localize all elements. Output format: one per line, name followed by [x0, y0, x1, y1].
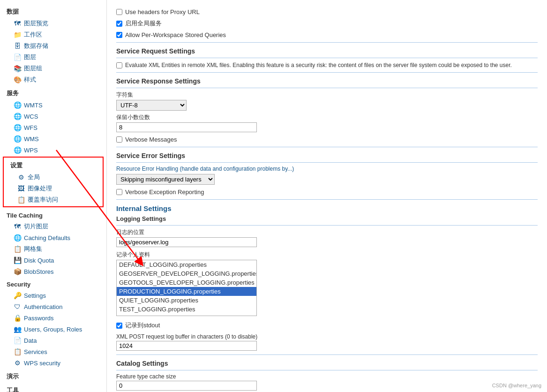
log-list-item-production[interactable]: PRODUCTION_LOGGING.properties — [117, 287, 256, 296]
log-buffer-input[interactable] — [116, 341, 257, 351]
log-profile-list[interactable]: DEFAULT_LOGGING.properties GEOSERVER_DEV… — [116, 260, 257, 316]
sidebar-item-coverage[interactable]: 📋 覆盖率访问 — [4, 194, 103, 205]
feature-cache-label: Feature type cache size — [116, 373, 538, 380]
settings-section-box: 设置 ⚙ 全局 🖼 图像处理 📋 覆盖率访问 — [3, 157, 104, 207]
sidebar-item-wfs[interactable]: 🌐 WFS — [0, 122, 106, 133]
sidebar-item-wps[interactable]: 🌐 WPS — [0, 144, 106, 156]
sidebar-item-services[interactable]: 📋 Services — [0, 346, 106, 357]
log-list-item-test[interactable]: TEST_LOGGING.properties — [117, 305, 256, 314]
sidebar-item-wcs[interactable]: 🌐 WCS — [0, 111, 106, 122]
wps-icon: 🌐 — [13, 146, 22, 154]
divider-10 — [116, 370, 538, 370]
section-title-services: 服务 — [0, 85, 106, 99]
verbose-messages-label[interactable]: Verbose Messages — [125, 136, 177, 143]
wcs-icon: 🌐 — [13, 112, 22, 121]
sidebar-item-layer-groups[interactable]: 📚 图层组 — [0, 63, 106, 74]
divider-4 — [116, 88, 538, 88]
log-list-item-verbose[interactable]: VERBOSE_LOGGING.properties — [117, 314, 256, 316]
sidebar-item-image-process[interactable]: 🖼 图像处理 — [4, 183, 103, 194]
verbose-exception-row: Verbose Exception Reporting — [116, 188, 538, 196]
log-list-item-geotools-dev[interactable]: GEOTOOLS_DEVELOPER_LOGGING.properties — [117, 278, 256, 287]
verbose-messages-checkbox[interactable] — [116, 136, 122, 143]
sidebar-item-wps-security[interactable]: ⚙ WPS security — [0, 357, 106, 369]
sidebar: 数据 🗺 图层预览 📁 工作区 🗄 数据存储 📄 图层 📚 图层组 🎨 样式 服… — [0, 0, 107, 392]
sidebar-item-caching-defaults[interactable]: 🌐 Caching Defaults — [0, 232, 106, 243]
sidebar-item-passwords[interactable]: 🔒 Passwords — [0, 312, 106, 324]
sidebar-item-sec-settings[interactable]: 🔑 Settings — [0, 290, 106, 301]
log-list-item-quiet[interactable]: QUIET_LOGGING.properties — [117, 296, 256, 305]
workspace-icon: 📁 — [13, 30, 22, 39]
per-workspace-checkbox[interactable] — [116, 32, 122, 38]
sidebar-item-disk-quota[interactable]: 💾 Disk Quota — [0, 255, 106, 266]
proxy-checkbox[interactable] — [116, 9, 122, 15]
section-title-demo: 演示 — [0, 369, 106, 383]
verbose-exception-label[interactable]: Verbose Exception Reporting — [125, 188, 204, 196]
sidebar-item-grid-sets[interactable]: 📋 网格集 — [0, 243, 106, 255]
authentication-icon: 🛡 — [13, 302, 22, 311]
per-workspace-label[interactable]: Allow Per-Workspace Stored Queries — [125, 31, 226, 38]
wms-icon: 🌐 — [13, 135, 22, 143]
service-request-heading: Service Request Settings — [116, 47, 538, 55]
logging-settings-heading: Logging Settings — [116, 215, 538, 222]
verbose-messages-row: Verbose Messages — [116, 136, 538, 143]
sidebar-item-wms[interactable]: 🌐 WMS — [0, 133, 106, 144]
sidebar-item-data-storage[interactable]: 🗄 数据存储 — [0, 40, 106, 52]
charset-label: 字符集 — [116, 91, 538, 99]
grid-sets-icon: 📋 — [13, 245, 22, 253]
sec-settings-icon: 🔑 — [13, 291, 22, 300]
log-location-label: 日志的位置 — [116, 228, 538, 236]
global-icon: ⚙ — [17, 173, 25, 181]
log-stdout-row: 记录到stdout — [116, 321, 538, 330]
global-service-checkbox[interactable] — [116, 21, 122, 27]
resource-error-label: Resource Error Handling (handle data and… — [116, 166, 538, 172]
wps-security-icon: ⚙ — [13, 359, 22, 367]
sidebar-item-tile-layers[interactable]: 🗺 切片图层 — [0, 221, 106, 232]
sidebar-item-global[interactable]: ⚙ 全局 — [4, 172, 103, 183]
charset-select[interactable]: UTF-8 ISO-8859-1 UTF-16 — [116, 100, 187, 111]
global-service-label[interactable]: 启用全局服务 — [125, 19, 162, 28]
internal-settings-heading: Internal Settings — [116, 204, 538, 212]
styles-icon: 🎨 — [13, 75, 22, 84]
caching-defaults-icon: 🌐 — [13, 234, 22, 242]
layers-icon: 📄 — [13, 53, 22, 61]
sidebar-item-workspace[interactable]: 📁 工作区 — [0, 29, 106, 40]
proxy-label[interactable]: Use headers for Proxy URL — [125, 8, 200, 15]
divider-2 — [116, 58, 538, 58]
cache-size-input[interactable] — [116, 381, 257, 391]
watermark: CSDN @where_yang — [492, 383, 541, 388]
layer-preview-icon: 🗺 — [13, 19, 22, 28]
verbose-exception-checkbox[interactable] — [116, 189, 122, 195]
wmts-icon: 🌐 — [13, 101, 22, 109]
image-process-icon: 🖼 — [17, 184, 25, 193]
decimal-input[interactable] — [116, 122, 257, 132]
sidebar-item-users-groups-roles[interactable]: 👥 Users, Groups, Roles — [0, 324, 106, 335]
sidebar-item-layer-preview[interactable]: 🗺 图层预览 — [0, 18, 106, 29]
sidebar-item-authentication[interactable]: 🛡 Authentication — [0, 301, 106, 312]
sidebar-item-layers[interactable]: 📄 图层 — [0, 52, 106, 63]
proxy-row: Use headers for Proxy URL — [116, 8, 538, 15]
log-profile-label: 记录个人资料 — [116, 251, 538, 259]
section-title-data: 数据 — [0, 4, 106, 18]
log-buffer-label: XML POST request log buffer in character… — [116, 333, 538, 340]
wfs-icon: 🌐 — [13, 123, 22, 132]
log-list-item-geoserver-dev[interactable]: GEOSERVER_DEVELOPER_LOGGING.properties — [117, 269, 256, 278]
main-content: Use headers for Proxy URL 启用全局服务 Allow P… — [107, 0, 547, 392]
log-list-item-default[interactable]: DEFAULT_LOGGING.properties — [117, 260, 256, 269]
catalog-settings-heading: Catalog Settings — [116, 360, 538, 367]
divider-3 — [116, 72, 538, 73]
xml-entities-label[interactable]: Evaluate XML Entities in remote XML file… — [125, 62, 512, 68]
xml-entities-checkbox[interactable] — [116, 62, 122, 68]
sidebar-item-data[interactable]: 📄 Data — [0, 335, 106, 346]
sidebar-item-blob-stores[interactable]: 📦 BlobStores — [0, 266, 106, 277]
sidebar-item-wmts[interactable]: 🌐 WMTS — [0, 99, 106, 111]
log-stdout-checkbox[interactable] — [116, 323, 122, 329]
resource-error-select[interactable]: Skipping misconfigured layers Halt on er… — [116, 174, 215, 185]
passwords-icon: 🔒 — [13, 314, 22, 322]
data-icon: 📄 — [13, 336, 22, 345]
log-stdout-label[interactable]: 记录到stdout — [125, 321, 160, 330]
divider-1 — [116, 42, 538, 43]
log-path-input[interactable] — [116, 237, 257, 247]
service-response-heading: Service Response Settings — [116, 77, 538, 85]
sidebar-item-styles[interactable]: 🎨 样式 — [0, 74, 106, 85]
section-title-security: Security — [0, 277, 106, 290]
